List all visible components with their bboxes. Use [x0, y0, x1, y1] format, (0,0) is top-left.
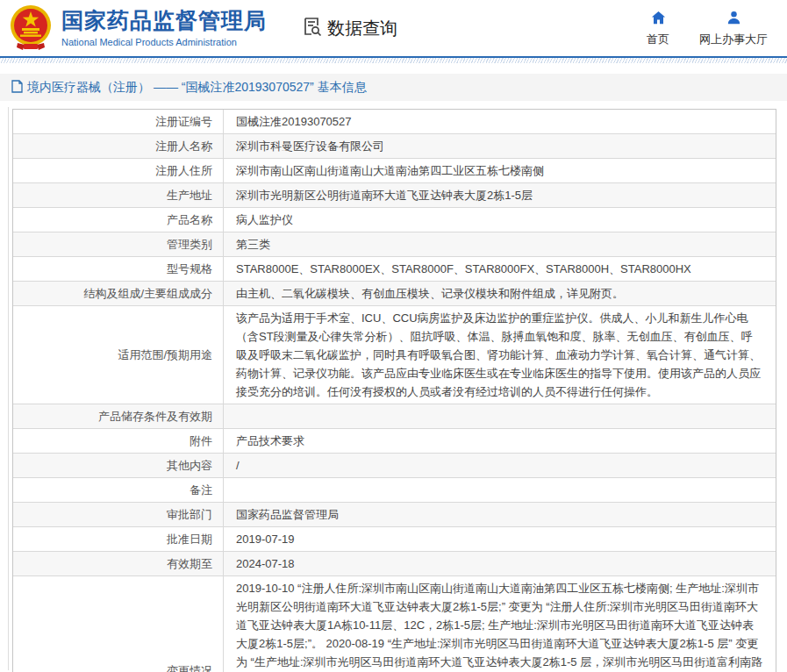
table-row: 备注 [13, 478, 776, 503]
row-label: 生产地址 [13, 183, 224, 207]
nav-home[interactable]: 首页 [647, 10, 669, 47]
row-label: 有效期至 [13, 552, 224, 575]
data-query-link[interactable]: 数据查询 [302, 16, 397, 41]
national-emblem-logo[interactable] [9, 4, 53, 52]
row-label: 产品名称 [13, 208, 224, 232]
table-row: 附件产品技术要求 [13, 429, 776, 454]
row-value: 由主机、二氧化碳模块、有创血压模块、记录仪模块和附件组成，详见附页。 [224, 282, 776, 305]
home-icon [650, 10, 667, 29]
header-nav: 首页 网上办事大厅 [647, 10, 773, 47]
page-icon [11, 80, 23, 96]
row-label: 注册证编号 [13, 110, 224, 133]
row-value: 病人监护仪 [224, 208, 776, 232]
row-value: 深圳市科曼医疗设备有限公司 [224, 134, 776, 158]
table-row: 注册人住所深圳市南山区南山街道南山大道南油第四工业区五栋七楼南侧 [13, 159, 776, 183]
table-row: 审批部门国家药品监督管理局 [13, 503, 776, 527]
row-label: 批准日期 [13, 527, 224, 551]
row-value: 2019-07-19 [224, 527, 776, 551]
row-label: 变更情况 [13, 576, 224, 672]
row-label: 审批部门 [13, 503, 224, 526]
table-row: 结构及组成/主要组成成分由主机、二氧化碳模块、有创血压模块、记录仪模块和附件组成… [13, 282, 776, 306]
org-name-zh: 国家药品监督管理局 [61, 9, 267, 33]
table-row: 有效期至2024-07-18 [13, 552, 776, 576]
breadcrumb: 境内医疗器械（注册） —— “国械注准20193070527” 基本信息 [0, 74, 787, 101]
table-row: 适用范围/预期用途该产品为适用于手术室、ICU、CCU病房监护及床边监护的重症监… [13, 306, 776, 404]
page-left-divider [8, 107, 9, 670]
table-row: 产品名称病人监护仪 [13, 208, 776, 232]
row-value: 国家药品监督管理局 [224, 503, 776, 526]
row-label: 附件 [13, 429, 224, 453]
row-value: 深圳市南山区南山街道南山大道南油第四工业区五栋七楼南侧 [224, 159, 776, 182]
row-label: 型号规格 [13, 257, 224, 281]
table-row: 其他内容/ [13, 454, 776, 478]
row-label: 管理类别 [13, 232, 224, 256]
row-value: 2024-07-18 [224, 552, 776, 575]
row-label: 结构及组成/主要组成成分 [13, 282, 224, 305]
row-value: 产品技术要求 [224, 429, 776, 453]
person-icon [726, 10, 742, 29]
row-label: 适用范围/预期用途 [13, 306, 224, 404]
row-value: 第三类 [224, 232, 776, 256]
info-table: 注册证编号国械注准20193070527注册人名称深圳市科曼医疗设备有限公司注册… [12, 109, 776, 672]
row-value [224, 404, 776, 428]
nav-service-hall[interactable]: 网上办事大厅 [699, 10, 768, 47]
table-row: 注册证编号国械注准20193070527 [13, 110, 776, 134]
row-label: 备注 [13, 478, 224, 502]
row-value: 2019-10-10 “注册人住所:深圳市南山区南山街道南山大道南油第四工业区五… [224, 576, 776, 672]
row-label: 注册人住所 [13, 159, 224, 182]
table-row: 管理类别第三类 [13, 232, 776, 257]
table-row: 产品储存条件及有效期 [13, 404, 776, 429]
data-query-label: 数据查询 [327, 17, 397, 40]
nav-service-hall-label: 网上办事大厅 [699, 32, 768, 47]
site-header: 国家药品监督管理局 National Medical Products Admi… [0, 0, 787, 56]
nav-home-label: 首页 [647, 32, 669, 47]
row-value: 该产品为适用于手术室、ICU、CCU病房监护及床边监护的重症监护仪。供成人、小儿… [224, 306, 776, 404]
header-divider-hatch [0, 58, 787, 63]
table-row: 批准日期2019-07-19 [13, 527, 776, 552]
document-search-icon [302, 16, 323, 41]
row-label: 产品储存条件及有效期 [13, 404, 224, 428]
row-value [224, 478, 776, 502]
site-title-block: 国家药品监督管理局 National Medical Products Admi… [61, 9, 267, 47]
row-value: / [224, 454, 776, 477]
row-label: 其他内容 [13, 454, 224, 477]
table-row: 生产地址深圳市光明新区公明街道南环大道飞亚达钟表大厦2栋1-5层 [13, 183, 776, 208]
row-value: 深圳市光明新区公明街道南环大道飞亚达钟表大厦2栋1-5层 [224, 183, 776, 207]
table-row: 变更情况2019-10-10 “注册人住所:深圳市南山区南山街道南山大道南油第四… [13, 576, 776, 672]
table-row: 型号规格STAR8000E、STAR8000EX、STAR8000F、STAR8… [13, 257, 776, 282]
org-name-en: National Medical Products Administration [61, 37, 267, 47]
row-label: 注册人名称 [13, 134, 224, 158]
row-value: 国械注准20193070527 [224, 110, 776, 133]
table-row: 注册人名称深圳市科曼医疗设备有限公司 [13, 134, 776, 159]
row-value: STAR8000E、STAR8000EX、STAR8000F、STAR8000F… [224, 257, 776, 281]
page-title: 境内医疗器械（注册） —— “国械注准20193070527” 基本信息 [27, 80, 367, 96]
